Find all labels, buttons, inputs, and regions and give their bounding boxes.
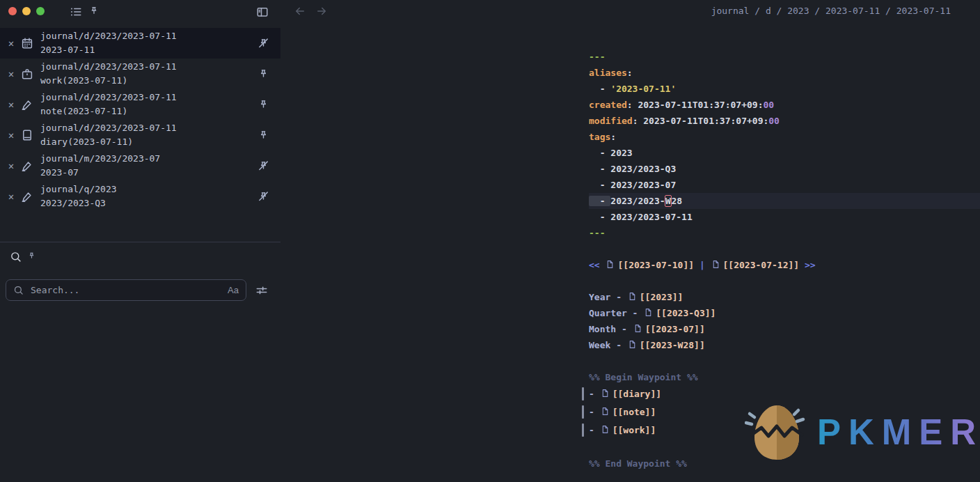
pin-icon[interactable]	[258, 68, 269, 80]
close-tab-icon[interactable]: ✕	[6, 38, 17, 49]
editor-line[interactable]: Year - [[2023]]	[589, 289, 980, 305]
wikilink[interactable]: [[diary]]	[612, 389, 661, 399]
close-tab-icon[interactable]: ✕	[6, 160, 17, 171]
pin-icon[interactable]	[258, 99, 269, 111]
editor-line[interactable]: Month - [[2023-07]]	[589, 321, 980, 337]
tab-list-icon[interactable]	[70, 6, 82, 18]
pin-icon[interactable]	[27, 251, 36, 261]
editor-line[interactable]	[589, 353, 980, 369]
editor-line[interactable]: - 2023	[589, 145, 980, 161]
close-tab-icon[interactable]: ✕	[6, 99, 17, 110]
editor-line[interactable]	[589, 241, 980, 257]
markdown-editor[interactable]: ---aliases: - '2023-07-11'created: 2023-…	[578, 28, 980, 482]
tab-row[interactable]: ✕journal/d/2023/2023-07-11work(2023-07-1…	[0, 59, 280, 89]
text-segment: '2023-07-11'	[610, 84, 676, 94]
editor-line[interactable]: - 2023/2023-Q3	[589, 161, 980, 177]
text-segment: -	[589, 425, 600, 435]
text-segment: tags	[589, 132, 610, 142]
minimize-window-button[interactable]	[22, 7, 31, 15]
wikilink[interactable]: [[2023-Q3]]	[656, 308, 716, 318]
editor-line[interactable]: - 2023/2023-07-11	[589, 209, 980, 225]
editor-line[interactable]: Week - [[2023-W28]]	[589, 337, 980, 353]
sidebar-divider	[0, 242, 280, 242]
wikilink[interactable]: [[2023-W28]]	[640, 340, 705, 350]
editor-line[interactable]: ---	[589, 49, 980, 65]
editor-line[interactable]: - [[work]]	[589, 421, 980, 440]
text-segment: ---	[589, 52, 605, 62]
text-segment: 00	[768, 116, 780, 126]
wikilink[interactable]: [[2023-07-10]]	[617, 260, 694, 270]
file-icon	[628, 339, 637, 350]
briefcase-icon	[21, 68, 33, 80]
tab-path: journal/d/2023/2023-07-11	[40, 60, 258, 74]
pin-off-icon[interactable]	[258, 38, 269, 49]
breadcrumb[interactable]: journal / d / 2023 / 2023-07-11 / 2023-0…	[711, 6, 951, 16]
text-segment: Year -	[589, 292, 627, 302]
search-input[interactable]	[31, 285, 228, 295]
search-box[interactable]: Aa	[6, 279, 246, 301]
pencil-icon	[21, 98, 33, 111]
tab-path: journal/d/2023/2023-07-11	[40, 91, 258, 104]
editor-line[interactable]: - 2023/2023-07	[589, 177, 980, 193]
tab-row[interactable]: ✕journal/d/2023/2023-07-11note(2023-07-1…	[0, 89, 280, 120]
editor-line[interactable]: %% End Waypoint %%	[589, 456, 980, 472]
editor-line[interactable]	[589, 440, 980, 456]
editor-line[interactable]: - [[note]]	[589, 403, 980, 421]
wikilink[interactable]: [[2023-07-12]]	[723, 260, 800, 270]
file-icon	[606, 259, 615, 270]
close-tab-icon[interactable]: ✕	[6, 130, 17, 141]
editor-line[interactable]: created: 2023-07-11T01:37:07+09:00	[589, 97, 980, 113]
filter-sliders-icon[interactable]	[255, 283, 269, 297]
text-segment: 2023/2023-	[610, 196, 665, 206]
text-segment: - 2023	[589, 148, 633, 158]
pin-icon[interactable]	[258, 130, 269, 141]
forward-arrow-icon[interactable]	[315, 5, 328, 17]
close-tab-icon[interactable]: ✕	[6, 191, 17, 202]
text-segment: - 2023/2023-Q3	[589, 164, 676, 174]
text-segment: Week -	[589, 340, 627, 350]
editor-line[interactable]: - [[diary]]	[589, 385, 980, 403]
text-segment: 2023-07-11T01:37:07+09:	[638, 116, 768, 126]
search-icon	[13, 285, 24, 295]
search-section-header[interactable]	[10, 251, 36, 263]
wikilink[interactable]: [[2023]]	[640, 292, 683, 302]
editor-line[interactable]: - 2023/2023-W28	[589, 193, 980, 209]
tab-row[interactable]: ✕journal/m/2023/2023-072023-07	[0, 150, 280, 181]
text-segment: - 2023/2023-07	[589, 180, 676, 190]
list-indent-bar	[582, 423, 584, 437]
macos-traffic-lights	[8, 7, 45, 15]
tab-row[interactable]: ✕journal/q/20232023/2023-Q3	[0, 181, 280, 212]
match-case-toggle[interactable]: Aa	[228, 285, 239, 295]
close-window-button[interactable]	[8, 7, 17, 15]
editor-line[interactable]: ---	[589, 225, 980, 241]
zoom-window-button[interactable]	[36, 7, 45, 15]
editor-line[interactable]: modified: 2023-07-11T01:37:07+09:00	[589, 113, 980, 129]
tab-path: journal/d/2023/2023-07-11	[40, 121, 258, 135]
file-icon	[601, 388, 610, 398]
text-segment: <<	[589, 260, 605, 270]
list-indent-bar	[582, 387, 584, 401]
pin-off-icon[interactable]	[258, 160, 269, 172]
editor-line[interactable]: tags:	[589, 129, 980, 145]
tab-row[interactable]: ✕journal/d/2023/2023-07-11diary(2023-07-…	[0, 120, 280, 150]
editor-line[interactable]	[589, 273, 980, 289]
file-icon	[628, 291, 637, 302]
editor-line[interactable]: aliases:	[589, 65, 980, 81]
tab-row[interactable]: ✕journal/d/2023/2023-07-112023-07-11	[0, 28, 280, 59]
editor-line[interactable]: Quarter - [[2023-Q3]]	[589, 305, 980, 321]
pin-off-icon[interactable]	[258, 191, 269, 203]
editor-line[interactable]: - '2023-07-11'	[589, 81, 980, 97]
text-segment: -	[589, 389, 600, 399]
sidebar-toggle-icon[interactable]	[256, 6, 269, 18]
tab-title: work(2023-07-11)	[40, 74, 258, 88]
wikilink[interactable]: [[2023-07]]	[645, 324, 705, 334]
text-segment: :	[610, 132, 616, 142]
editor-line[interactable]: %% Begin Waypoint %%	[589, 369, 980, 385]
calendar-icon	[21, 37, 33, 49]
close-tab-icon[interactable]: ✕	[6, 68, 17, 79]
wikilink[interactable]: [[work]]	[612, 425, 656, 435]
editor-line[interactable]: << [[2023-07-10]] | [[2023-07-12]] >>	[589, 257, 980, 273]
pin-icon[interactable]	[88, 6, 100, 17]
back-arrow-icon[interactable]	[294, 5, 306, 17]
wikilink[interactable]: [[note]]	[612, 407, 656, 417]
